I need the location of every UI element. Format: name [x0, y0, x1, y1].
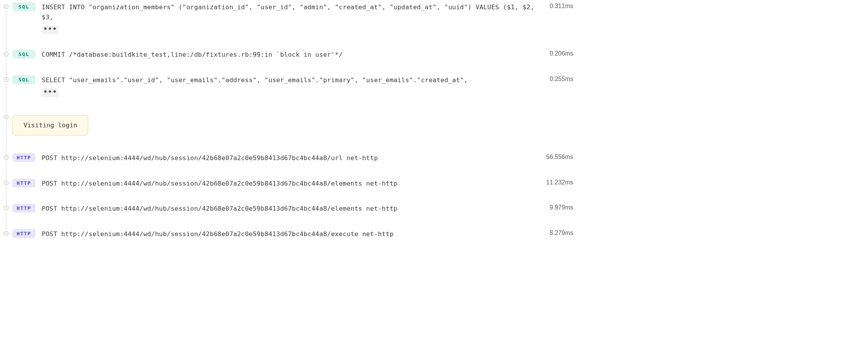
log-row: Visiting login [0, 110, 579, 140]
svg-point-1 [5, 6, 7, 7]
http-badge: HTTP [12, 204, 35, 213]
expand-ellipsis-button[interactable]: ••• [42, 88, 59, 97]
log-text: POST http://selenium:4444/wd/hub/session… [42, 153, 539, 163]
timeline-marker-icon [3, 155, 9, 160]
log-row: SQLINSERT INTO "organization_members" ("… [0, 0, 579, 37]
svg-point-9 [5, 157, 7, 158]
timeline-marker-icon [3, 51, 9, 57]
http-badge: HTTP [12, 153, 35, 162]
duration-label: 0.255ms [550, 75, 579, 83]
log-row: HTTPPOST http://selenium:4444/wd/hub/ses… [0, 201, 579, 216]
log-row: HTTPPOST http://selenium:4444/wd/hub/ses… [0, 227, 579, 242]
timeline-marker-icon [3, 180, 9, 186]
timeline-marker-icon [3, 231, 9, 236]
log-row: SQLCOMMIT /*database:buildkite_test,line… [0, 47, 579, 62]
svg-point-3 [5, 53, 7, 55]
svg-point-7 [5, 116, 7, 118]
sql-badge: SQL [12, 75, 35, 84]
duration-label: 9.979ms [550, 204, 579, 211]
svg-point-5 [5, 79, 7, 80]
log-text: COMMIT /*database:buildkite_test,line:/d… [42, 50, 543, 60]
sql-badge: SQL [12, 2, 35, 11]
timeline-marker-icon [3, 77, 9, 82]
timeline-marker-icon [3, 114, 9, 120]
annotation-box: Visiting login [12, 115, 88, 135]
log-row: HTTPPOST http://selenium:4444/wd/hub/ses… [0, 176, 579, 191]
svg-point-15 [5, 233, 7, 234]
duration-label: 56.556ms [546, 153, 579, 160]
log-row: SQLSELECT "user_emails"."user_id", "user… [0, 73, 579, 100]
timeline-marker-icon [3, 205, 9, 211]
duration-label: 0.206ms [550, 50, 579, 57]
svg-point-11 [5, 182, 7, 184]
log-text: POST http://selenium:4444/wd/hub/session… [42, 229, 543, 239]
log-row: HTTPPOST http://selenium:4444/wd/hub/ses… [0, 151, 579, 166]
log-text: INSERT INTO "organization_members" ("org… [42, 2, 543, 22]
sql-badge: SQL [12, 50, 35, 59]
log-text: SELECT "user_emails"."user_id", "user_em… [42, 75, 543, 85]
http-badge: HTTP [12, 229, 35, 238]
log-text: POST http://selenium:4444/wd/hub/session… [42, 204, 543, 214]
duration-label: 0.311ms [550, 2, 579, 10]
svg-point-13 [5, 208, 7, 209]
duration-label: 8.279ms [550, 229, 579, 237]
timeline-marker-icon [3, 4, 9, 9]
expand-ellipsis-button[interactable]: ••• [42, 25, 59, 34]
duration-label: 11.232ms [546, 179, 579, 186]
log-text: POST http://selenium:4444/wd/hub/session… [42, 179, 539, 189]
http-badge: HTTP [12, 179, 35, 188]
